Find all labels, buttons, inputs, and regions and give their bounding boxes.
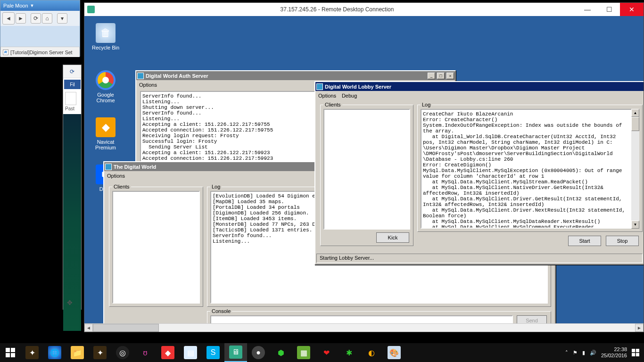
bookmarks-button[interactable]: ▾ [57, 13, 67, 24]
taskbar-app[interactable]: ● [247, 343, 270, 362]
document-area [63, 114, 81, 331]
taskbar-rdp[interactable]: 🖥 [224, 343, 247, 362]
palemoon-title: Pale Moon [3, 3, 28, 8]
reload-button[interactable]: ⟳ [31, 13, 41, 24]
desktop-icon-recycle-bin[interactable]: 🗑 Recycle Bin [89, 23, 122, 50]
scroll-down-button[interactable]: ▼ [631, 221, 639, 229]
svg-rect-6 [632, 353, 635, 356]
close-button[interactable]: ✕ [620, 3, 644, 16]
forward-button[interactable]: ► [16, 13, 26, 24]
menu-options[interactable]: Options [318, 93, 336, 99]
tray-volume-icon[interactable]: 🔊 [590, 350, 596, 356]
status-text: Starting Lobby Server... [320, 255, 374, 261]
taskbar-minecraft[interactable]: ▦ [292, 343, 315, 362]
clock[interactable]: 22:38 25/02/2016 [601, 346, 627, 359]
console-input[interactable] [210, 315, 513, 323]
maximize-button[interactable]: □ [437, 73, 445, 79]
office-window-peek: ⟳ Fil Past ✥ [63, 65, 82, 310]
scroll-thumb[interactable] [93, 324, 159, 332]
taskbar-app[interactable]: 🌐 [43, 343, 66, 362]
auth-titlebar[interactable]: Digital World Auth Server _ □ × [136, 71, 455, 80]
window-title: Digital World Lobby Server [325, 84, 391, 90]
palemoon-titlebar[interactable]: Pale Moon ▼ [0, 0, 80, 11]
windows-logo-icon[interactable] [632, 349, 639, 356]
taskbar-app[interactable]: ʊ [134, 343, 157, 362]
windows-logo-icon [6, 348, 15, 357]
window-title: The Digital World [114, 164, 156, 170]
clock-date: 25/02/2016 [601, 353, 627, 359]
home-button[interactable]: ⌂ [42, 13, 52, 24]
browser-tab[interactable]: R [Tutorial]Digimon Server Set [0, 47, 80, 57]
clients-list[interactable] [323, 109, 410, 230]
console-group: Send [207, 311, 551, 323]
log-scrollbar[interactable]: ▲ ▼ [631, 109, 639, 229]
paste-label: Past [65, 106, 74, 111]
stop-button[interactable]: Stop [606, 236, 639, 246]
menubar: Options Debug [315, 91, 644, 100]
favicon: R [3, 49, 8, 55]
move-cursor-icon: ✥ [67, 299, 73, 306]
minimize-button[interactable]: — [577, 3, 598, 16]
system-tray[interactable]: ˄ ⚑ ▮ 🔊 22:38 25/02/2016 [561, 346, 644, 359]
menu-options[interactable]: Options [107, 173, 125, 179]
scroll-track[interactable] [159, 324, 635, 332]
send-button[interactable]: Send [517, 315, 547, 323]
menu-debug[interactable]: Debug [342, 93, 357, 99]
scroll-right-button[interactable]: ► [635, 324, 644, 332]
svg-rect-4 [632, 349, 635, 352]
rdp-titlebar[interactable]: 37.157.245.26 - Remote Desktop Connectio… [84, 3, 644, 16]
tray-network-icon[interactable]: ▮ [582, 350, 585, 356]
svg-rect-0 [6, 348, 10, 352]
tray-chevron-icon[interactable]: ˄ [565, 350, 568, 356]
svg-rect-7 [636, 353, 639, 356]
app-icon [105, 164, 112, 170]
clients-list[interactable] [112, 191, 200, 304]
desktop-icon-navicat[interactable]: ◆ Navicat Premium [89, 117, 122, 150]
taskbar-app[interactable]: ◆ [157, 343, 179, 362]
lobby-server-window[interactable]: Digital World Lobby Server Options Debug… [314, 81, 644, 265]
remote-desktop[interactable]: 🗑 Recycle Bin Google Chrome ◆ Navicat Pr… [84, 16, 644, 323]
tab-title: [Tutorial]Digimon Server Set [10, 49, 73, 55]
tray-flag-icon[interactable]: ⚑ [573, 350, 578, 356]
taskbar-paint[interactable]: 🎨 [383, 343, 405, 362]
start-button[interactable]: Start [568, 236, 601, 246]
app-icon [137, 73, 144, 79]
scroll-thumb[interactable] [631, 117, 639, 131]
palemoon-window: Pale Moon ▼ ◄ ► ⟳ ⌂ ▾ R [Tutorial]Digimo… [0, 0, 80, 57]
rdp-horizontal-scrollbar[interactable]: ◄ ► [84, 323, 644, 332]
window-title: Digital World Auth Server [146, 73, 208, 79]
file-tab[interactable]: Fil [64, 80, 81, 89]
taskbar-file-explorer[interactable]: 📁 [66, 343, 89, 362]
taskbar-app[interactable]: ✦ [21, 343, 43, 362]
taskbar-app[interactable]: ◐ [360, 343, 383, 362]
office-quickbar: ⟳ [63, 65, 81, 78]
navicat-icon: ◆ [96, 117, 116, 137]
menu-options[interactable]: Options [139, 82, 157, 88]
taskbar-app[interactable]: ✦ [89, 343, 111, 362]
taskbar-app[interactable]: ❤ [315, 343, 338, 362]
icon-label: Recycle Bin [92, 45, 119, 50]
taskbar-app[interactable]: ✱ [338, 343, 360, 362]
scroll-up-button[interactable]: ▲ [631, 109, 639, 117]
desktop-icon-chrome[interactable]: Google Chrome [89, 70, 122, 103]
rdp-window: 37.157.245.26 - Remote Desktop Connectio… [84, 2, 644, 332]
taskbar-skype[interactable]: S [202, 343, 224, 362]
svg-rect-1 [11, 348, 15, 352]
maximize-button[interactable]: ☐ [598, 3, 620, 16]
back-button[interactable]: ◄ [2, 12, 15, 25]
taskbar-app[interactable]: ⬢ [270, 343, 292, 362]
minimize-button[interactable]: _ [428, 73, 435, 79]
taskbar-app[interactable]: ▤ [179, 343, 202, 362]
start-button[interactable] [0, 343, 21, 362]
palemoon-nav-toolbar: ◄ ► ⟳ ⌂ ▾ [0, 11, 80, 26]
app-icon [316, 83, 323, 90]
kick-button[interactable]: Kick [376, 232, 409, 243]
close-button[interactable]: × [446, 73, 454, 79]
lobby-log[interactable]: CreateChar Ikuto BlazeArcanin Error: Cre… [421, 109, 639, 229]
scroll-left-button[interactable]: ◄ [84, 324, 93, 332]
paste-icon[interactable] [65, 92, 76, 105]
svg-rect-5 [636, 349, 639, 352]
taskbar-obs[interactable]: ◎ [111, 343, 134, 362]
statusbar: Starting Lobby Server... [316, 254, 643, 263]
lobby-titlebar[interactable]: Digital World Lobby Server [315, 82, 644, 91]
